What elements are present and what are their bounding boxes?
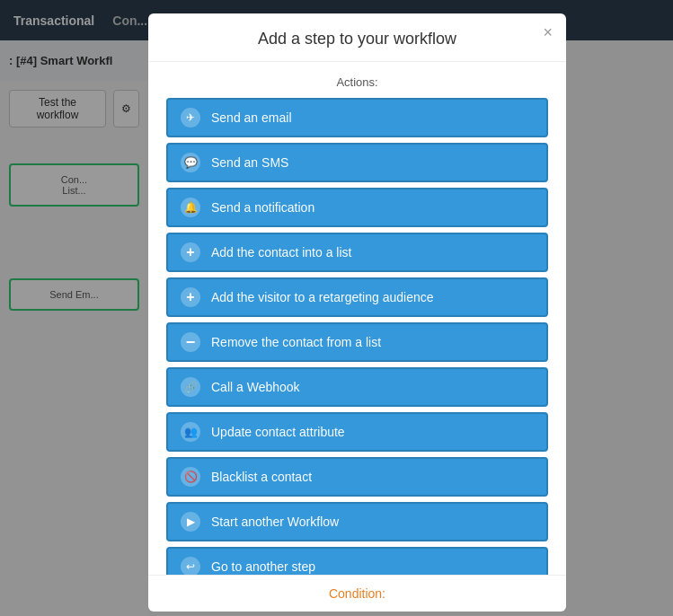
modal-body: Actions: ✈ Send an email 💬 Send an SMS 🔔… [148,62,566,575]
update-contact-attribute-icon: 👥 [181,422,200,442]
add-visitor-retargeting-icon: + [181,287,200,307]
blacklist-contact-label: Blacklist a contact [211,470,312,484]
call-webhook-icon: 🔗 [181,377,200,397]
action-blacklist-contact[interactable]: 🚫 Blacklist a contact [166,457,548,497]
send-sms-label: Send an SMS [211,155,288,170]
modal-header: Add a step to your workflow × [148,13,566,62]
action-send-email[interactable]: ✈ Send an email [166,98,548,137]
update-contact-attribute-label: Update contact attribute [211,425,345,439]
modal-close-button[interactable]: × [543,24,553,40]
add-visitor-retargeting-label: Add the visitor to a retargeting audienc… [211,290,434,304]
modal-title: Add a step to your workflow [258,30,456,48]
condition-label[interactable]: Condition: [329,586,385,601]
add-contact-list-label: Add the contact into a list [211,245,351,260]
go-to-another-step-icon: ↩ [181,557,200,575]
add-contact-list-icon: + [181,242,200,262]
action-update-contact-attribute[interactable]: 👥 Update contact attribute [166,412,548,452]
remove-contact-list-label: Remove the contact from a list [211,335,381,349]
action-list: ✈ Send an email 💬 Send an SMS 🔔 Send a n… [166,98,548,575]
send-notification-icon: 🔔 [181,198,200,217]
send-sms-icon: 💬 [181,153,200,172]
action-add-contact-list[interactable]: + Add the contact into a list [166,233,548,272]
start-another-workflow-icon: ▶ [181,512,200,532]
action-send-notification[interactable]: 🔔 Send a notification [166,188,548,227]
remove-contact-list-icon: − [181,332,200,352]
action-go-to-another-step[interactable]: ↩ Go to another step [166,547,548,575]
action-add-visitor-retargeting[interactable]: + Add the visitor to a retargeting audie… [166,277,548,317]
call-webhook-label: Call a Webhook [211,380,300,394]
send-email-icon: ✈ [181,108,200,128]
send-notification-label: Send a notification [211,200,314,215]
go-to-another-step-label: Go to another step [211,559,315,574]
action-remove-contact-list[interactable]: − Remove the contact from a list [166,322,548,362]
action-send-sms[interactable]: 💬 Send an SMS [166,143,548,182]
action-start-another-workflow[interactable]: ▶ Start another Workflow [166,502,548,541]
action-call-webhook[interactable]: 🔗 Call a Webhook [166,367,548,407]
modal-add-step: Add a step to your workflow × Actions: ✈… [148,13,566,612]
start-another-workflow-label: Start another Workflow [211,515,339,529]
modal-footer: Condition: [148,575,566,612]
actions-section-label: Actions: [166,75,548,89]
send-email-label: Send an email [211,110,292,125]
blacklist-contact-icon: 🚫 [181,467,200,487]
